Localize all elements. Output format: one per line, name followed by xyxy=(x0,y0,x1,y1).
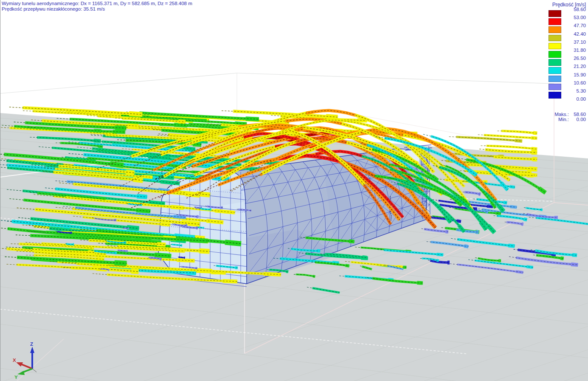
legend-boundary-value: 5.30 xyxy=(564,88,586,93)
legend-min-label: Min.: xyxy=(558,117,569,122)
legend-boundary-value: 37.10 xyxy=(564,40,586,45)
legend-max-label: Maks.: xyxy=(554,112,569,117)
legend-boundary-value: 47.70 xyxy=(564,23,586,28)
legend-max-value: 58.60 xyxy=(569,112,586,117)
viewport-3d[interactable] xyxy=(0,0,588,381)
legend-boundary-value: 10.60 xyxy=(564,80,586,85)
legend-swatch xyxy=(549,76,561,82)
legend-color-scale: 58.6053.0047.7042.4037.1031.8026.5021.20… xyxy=(549,9,586,109)
legend-swatch xyxy=(549,26,561,33)
legend-swatch xyxy=(549,67,561,74)
free-flow-velocity-text: Prędkość przepływu niezakłóconego: 35.51… xyxy=(2,6,192,12)
y-axis-label: Y xyxy=(14,375,18,380)
legend-boundary-value: 42.40 xyxy=(564,31,586,37)
z-axis-label: Z xyxy=(30,341,33,347)
x-axis-label: X xyxy=(13,358,16,363)
legend-boundary-value: 58.60 xyxy=(564,7,586,12)
legend-swatch xyxy=(549,84,561,90)
z-axis-arrow-icon xyxy=(30,347,34,353)
legend-swatch xyxy=(549,35,561,42)
tunnel-info: Wymiary tunelu aerodynamicznego: Dx = 11… xyxy=(2,1,192,12)
legend-swatch xyxy=(549,59,561,66)
legend-boundary-value: 26.50 xyxy=(564,56,586,61)
rwind-simulation-window: Wymiary tunelu aerodynamicznego: Dx = 11… xyxy=(0,0,588,381)
legend-boundary-value: 0.00 xyxy=(564,96,586,102)
velocity-legend: Prędkość [m/s] 58.6053.0047.7042.4037.10… xyxy=(549,2,586,122)
legend-min-value: 0.00 xyxy=(569,117,586,122)
legend-swatch xyxy=(549,92,561,99)
legend-max-min: Maks.: 58.60 Min.: 0.00 xyxy=(549,112,586,122)
window-border xyxy=(0,0,0,381)
legend-boundary-value: 21.20 xyxy=(564,64,586,69)
legend-swatch xyxy=(549,10,561,17)
legend-swatch xyxy=(549,18,561,25)
y-axis-arrow-icon xyxy=(17,371,25,375)
axis-triad: Z X Y xyxy=(8,341,58,381)
legend-boundary-value: 15.90 xyxy=(564,72,586,77)
tunnel-dimensions-text: Wymiary tunelu aerodynamicznego: Dx = 11… xyxy=(2,1,192,6)
legend-swatch xyxy=(549,43,561,50)
legend-swatch xyxy=(549,51,561,58)
legend-boundary-value: 31.80 xyxy=(564,48,586,53)
legend-boundary-value: 53.00 xyxy=(564,15,586,20)
